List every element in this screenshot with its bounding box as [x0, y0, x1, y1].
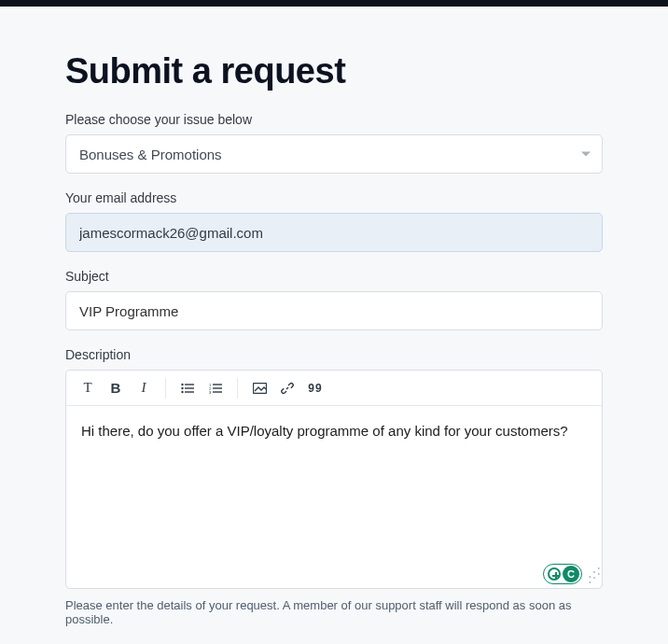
editor-toolbar: T B I 123 99 — [66, 371, 602, 406]
bullet-list-icon — [181, 383, 194, 394]
bullet-list-button[interactable] — [174, 374, 202, 402]
email-label: Your email address — [65, 190, 603, 205]
quote-button[interactable]: 99 — [301, 374, 329, 402]
bold-button[interactable]: B — [102, 374, 130, 402]
toolbar-separator — [237, 378, 238, 399]
svg-rect-1 — [185, 384, 194, 385]
resize-handle-icon[interactable]: ⋰⋰ — [588, 569, 598, 581]
form-container: Submit a request Please choose your issu… — [0, 7, 668, 626]
quote-icon: 99 — [308, 382, 322, 395]
numbered-list-icon: 123 — [209, 383, 222, 394]
svg-point-2 — [181, 386, 183, 388]
subject-label: Subject — [65, 269, 603, 284]
link-icon — [281, 382, 294, 395]
image-button[interactable] — [245, 374, 273, 402]
svg-rect-8 — [213, 391, 222, 392]
issue-label: Please choose your issue below — [65, 112, 603, 127]
chevron-down-icon — [581, 152, 591, 157]
svg-rect-7 — [213, 387, 222, 388]
numbered-list-button[interactable]: 123 — [202, 374, 230, 402]
editor-corner: C ⋰⋰ — [543, 564, 598, 584]
link-button[interactable] — [273, 374, 301, 402]
svg-rect-5 — [185, 391, 194, 392]
svg-rect-6 — [213, 384, 222, 385]
issue-select[interactable]: Bonuses & Promotions — [65, 134, 603, 174]
description-helper: Please enter the details of your request… — [65, 598, 603, 626]
email-field[interactable] — [65, 213, 603, 252]
italic-icon: I — [142, 380, 146, 396]
paragraph-icon: T — [83, 380, 91, 396]
grammarly-icon: C — [563, 566, 579, 582]
svg-point-4 — [181, 390, 183, 392]
svg-point-0 — [181, 383, 183, 385]
top-bar — [0, 0, 668, 7]
italic-button[interactable]: I — [130, 374, 158, 402]
bold-icon: B — [111, 380, 121, 396]
issue-selected-value: Bonuses & Promotions — [79, 147, 222, 162]
toolbar-separator — [165, 378, 166, 399]
svg-text:3: 3 — [209, 389, 212, 394]
plus-icon — [548, 567, 561, 581]
subject-field[interactable] — [65, 291, 603, 330]
description-editor: T B I 123 99 Hi there, do you offer a VI… — [65, 370, 603, 589]
svg-rect-3 — [185, 387, 194, 388]
description-label: Description — [65, 347, 603, 362]
image-icon — [253, 383, 267, 394]
page-title: Submit a request — [65, 51, 603, 91]
helper-widget[interactable]: C — [543, 564, 582, 584]
description-textarea[interactable]: Hi there, do you offer a VIP/loyalty pro… — [66, 406, 602, 588]
paragraph-button[interactable]: T — [74, 374, 102, 402]
